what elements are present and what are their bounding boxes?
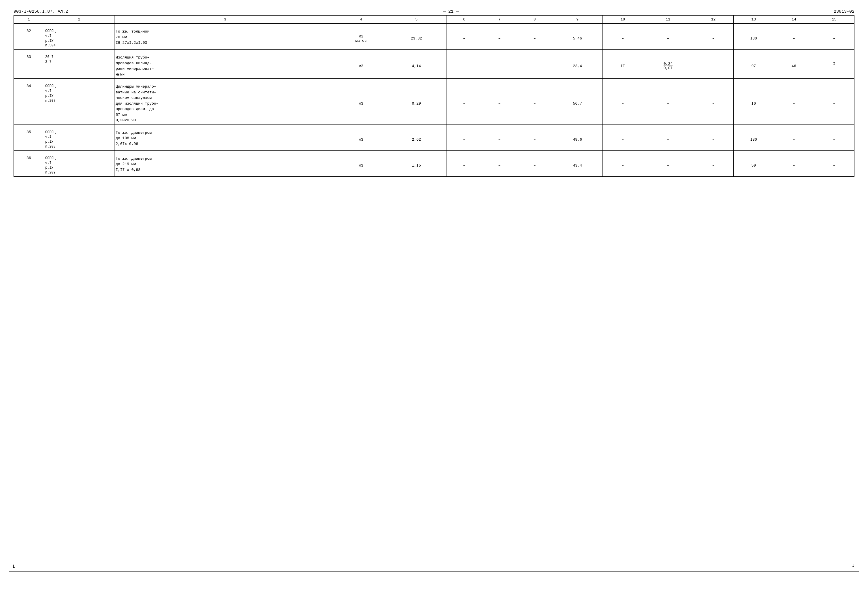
row-num: 85 (14, 128, 44, 150)
row-col6: – (447, 154, 482, 176)
row-ref: ССРСЦ ч.I р.IУ п.208 (44, 128, 114, 150)
row-col8: – (517, 27, 552, 50)
spacer-row (14, 124, 855, 128)
col-header-14: 14 (774, 16, 814, 24)
row-col10: II (602, 53, 643, 79)
row-col15: – (814, 27, 855, 50)
row-col5: 0,29 (386, 82, 447, 125)
col-header-7: 7 (482, 16, 517, 24)
row-col8: – (517, 53, 552, 79)
row-col9: 43,4 (552, 154, 603, 176)
row-unit: мЗ (336, 128, 386, 150)
row-col11: – (643, 82, 693, 125)
row-col7: – (482, 53, 517, 79)
row-col14: – (774, 154, 814, 176)
row-unit: мЗ (336, 154, 386, 176)
col-header-13: 13 (734, 16, 774, 24)
row-ref: ССРСЦ ч.I р.IУ п.207 (44, 82, 114, 125)
row-col11: 0,240,07 (643, 53, 693, 79)
row-col15: – (814, 82, 855, 125)
row-col9: 49,6 (552, 128, 603, 150)
row-col12: – (693, 82, 734, 125)
row-num: 86 (14, 154, 44, 176)
row-col15: I– (814, 53, 855, 79)
main-table: 1 2 3 4 5 6 7 8 9 10 11 12 13 14 15 82СС… (13, 15, 855, 177)
col-header-5: 5 (386, 16, 447, 24)
col-header-6: 6 (447, 16, 482, 24)
footer-bottom-right: ┘ (852, 564, 855, 569)
row-num: 84 (14, 82, 44, 125)
spacer-row (14, 50, 855, 53)
table-row: 8326–7 2–7Изоляция трубо– проводов цилин… (14, 53, 855, 79)
row-ref: ССРСЦ ч.I р.IУ п.504 (44, 27, 114, 50)
row-col12: – (693, 27, 734, 50)
row-col11: – (643, 128, 693, 150)
spacer-row (14, 150, 855, 154)
row-col5: 23,82 (386, 27, 447, 50)
row-col15: – (814, 154, 855, 176)
col-header-4: 4 (336, 16, 386, 24)
table-row: 85ССРСЦ ч.I р.IУ п.208То же, диаметром д… (14, 128, 855, 150)
row-col7: – (482, 154, 517, 176)
row-col13: I30 (734, 27, 774, 50)
row-col10: – (602, 82, 643, 125)
row-col6: – (447, 82, 482, 125)
row-num: 83 (14, 53, 44, 79)
row-col13: I6 (734, 82, 774, 125)
footer-bottom-left: L (13, 564, 16, 569)
col-header-12: 12 (693, 16, 734, 24)
row-col10: – (602, 27, 643, 50)
spacer-row (14, 79, 855, 82)
row-col7: – (482, 128, 517, 150)
table-row: 82ССРСЦ ч.I р.IУ п.504То же, толщиной 70… (14, 27, 855, 50)
col-header-1: 1 (14, 16, 44, 24)
row-desc: Цилиндры минерало– ватные на синтети– че… (114, 82, 336, 125)
row-col14: – (774, 27, 814, 50)
row-col8: – (517, 154, 552, 176)
row-col15: – (814, 128, 855, 150)
row-col6: – (447, 53, 482, 79)
col-header-15: 15 (814, 16, 855, 24)
row-col10: – (602, 128, 643, 150)
row-col8: – (517, 128, 552, 150)
row-col5: I,I5 (386, 154, 447, 176)
row-col7: – (482, 27, 517, 50)
row-ref: ССРСЦ ч.I р.IУ п.209 (44, 154, 114, 176)
row-col10: – (602, 154, 643, 176)
row-num: 82 (14, 27, 44, 50)
row-col6: – (447, 128, 482, 150)
row-desc: То же, толщиной 70 мм I9,27хI,2хI,03 (114, 27, 336, 50)
row-col13: 97 (734, 53, 774, 79)
page-number: — 21 — (68, 9, 834, 14)
footer-corners: L ┘ (13, 564, 855, 569)
row-col5: 4,I4 (386, 53, 447, 79)
row-col12: – (693, 154, 734, 176)
col-header-9: 9 (552, 16, 603, 24)
table-row: 84ССРСЦ ч.I р.IУ п.207Цилиндры минерало–… (14, 82, 855, 125)
row-col12: – (693, 53, 734, 79)
row-col14: – (774, 128, 814, 150)
row-col14: 46 (774, 53, 814, 79)
row-desc: Изоляция трубо– проводов цилинд– рами ми… (114, 53, 336, 79)
row-col6: – (447, 27, 482, 50)
row-col5: 2,62 (386, 128, 447, 150)
row-unit: мЗ матов (336, 27, 386, 50)
doc-number: 23013-02 (834, 9, 855, 14)
col-header-10: 10 (602, 16, 643, 24)
row-col13: I30 (734, 128, 774, 150)
col-header-2: 2 (44, 16, 114, 24)
row-desc: То же, диаметром до 219 мм I,I7 x 0,98 (114, 154, 336, 176)
row-col8: – (517, 82, 552, 125)
row-col9: 23,4 (552, 53, 603, 79)
row-col9: 5,46 (552, 27, 603, 50)
col-header-3: 3 (114, 16, 336, 24)
row-col11: – (643, 154, 693, 176)
row-unit: мЗ (336, 82, 386, 125)
row-unit: мЗ (336, 53, 386, 79)
table-header-row: 1 2 3 4 5 6 7 8 9 10 11 12 13 14 15 (14, 16, 855, 24)
row-col11: – (643, 27, 693, 50)
doc-title: 903-I-0256.I.87. Ал.2 (13, 9, 68, 14)
row-col7: – (482, 82, 517, 125)
table-row: 86ССРСЦ ч.I р.IУ п.209То же, диаметром д… (14, 154, 855, 176)
page-header: 903-I-0256.I.87. Ал.2 — 21 — 23013-02 (13, 9, 855, 14)
